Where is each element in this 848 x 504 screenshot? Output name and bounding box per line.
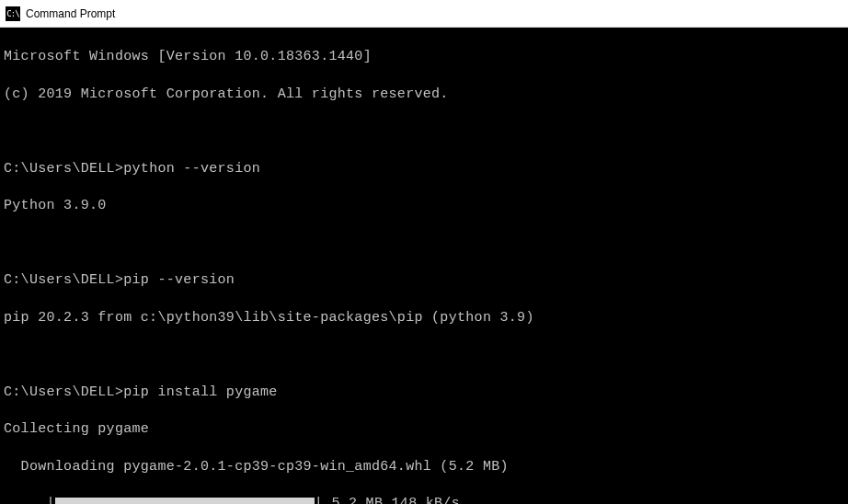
output-line: Collecting pygame [4, 420, 844, 439]
progress-line: || 5.2 MB 148 kB/s [4, 495, 844, 504]
cmd-icon: C:\ [6, 6, 20, 21]
terminal-area[interactable]: Microsoft Windows [Version 10.0.18363.14… [0, 28, 848, 504]
window-titlebar[interactable]: C:\ Command Prompt [0, 0, 848, 28]
banner-line: (c) 2019 Microsoft Corporation. All righ… [4, 86, 844, 104]
prompt-line: C:\Users\DELL>pip install pygame [4, 384, 844, 402]
output-line: pip 20.2.3 from c:\python39\lib\site-pac… [4, 309, 844, 327]
prompt-path: C:\Users\DELL> [4, 272, 123, 288]
blank-line [4, 122, 844, 141]
command-text: pip --version [123, 272, 235, 288]
output-line: Downloading pygame-2.0.1-cp39-cp39-win_a… [4, 458, 844, 476]
output-line: Python 3.9.0 [4, 197, 844, 215]
progress-stats: | 5.2 MB 148 kB/s [315, 495, 460, 504]
progress-prefix: | [4, 495, 55, 504]
command-text: pip install pygame [123, 384, 277, 400]
prompt-path: C:\Users\DELL> [4, 161, 123, 177]
prompt-line: C:\Users\DELL>pip --version [4, 271, 844, 290]
progress-bar [55, 498, 315, 504]
prompt-line: C:\Users\DELL>python --version [4, 160, 844, 178]
blank-line [4, 235, 844, 253]
prompt-path: C:\Users\DELL> [4, 384, 123, 400]
command-text: python --version [123, 161, 260, 177]
window-title: Command Prompt [26, 7, 115, 20]
blank-line [4, 346, 844, 364]
banner-line: Microsoft Windows [Version 10.0.18363.14… [4, 48, 844, 66]
